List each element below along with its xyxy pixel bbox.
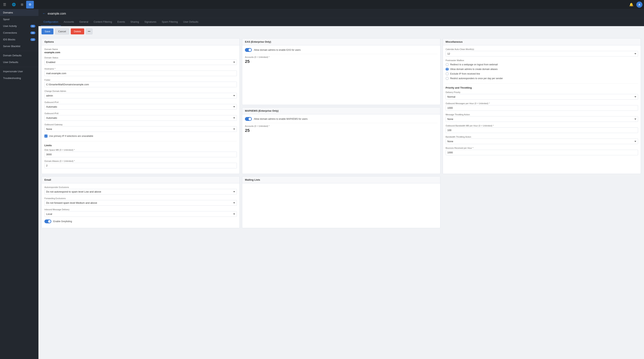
inbound-message-delivery-select[interactable]: Local xyxy=(44,211,237,217)
mailing-lists-card: Mailing Lists xyxy=(242,176,440,228)
ids-blocks-badge: 13 xyxy=(30,38,35,41)
outbound-gateway-select[interactable]: None xyxy=(44,126,237,132)
content-area: Options Domain Name example.com Domain S… xyxy=(38,37,644,231)
domain-header: ← example.com xyxy=(38,9,644,18)
delete-button[interactable]: Delete xyxy=(71,28,84,34)
outbound-ipv4-select[interactable]: Automatic xyxy=(44,104,237,110)
sidebar-item-server-blacklist[interactable]: Server Blacklist xyxy=(0,43,38,50)
sidebar-item-connections[interactable]: Connections 94 xyxy=(0,30,38,36)
email-card: Email Autoresponder Exclusions Do not au… xyxy=(42,176,240,228)
exclude-ip-radio[interactable] xyxy=(446,72,449,75)
outbound-bandwidth-input[interactable] xyxy=(446,128,638,133)
restrict-autoresponders-radio[interactable] xyxy=(446,77,449,80)
tab-sharing[interactable]: Sharing xyxy=(128,18,142,26)
bounces-received-input[interactable] xyxy=(446,150,638,155)
use-primary-ip-row: Use primary IP if selections are unavail… xyxy=(44,134,237,138)
connections-badge: 94 xyxy=(30,32,35,34)
tabs-bar: Configuration Accounts General Content F… xyxy=(38,18,644,26)
folder-input[interactable] xyxy=(44,82,237,87)
notification-icon[interactable]: 🔔 xyxy=(628,1,635,8)
enable-greylisting-toggle[interactable] xyxy=(44,220,51,223)
tab-content-filtering[interactable]: Content Filtering xyxy=(91,18,114,26)
mapi-ews-card: MAPI/EWS (Enterprise Only) Allow domain … xyxy=(242,107,440,174)
sidebar-item-ids-blocks[interactable]: IDS Blocks 13 xyxy=(0,36,38,43)
tab-general[interactable]: General xyxy=(77,18,91,26)
sidebar-item-impersonate-user[interactable]: Impersonate User xyxy=(0,68,38,75)
avatar[interactable]: A xyxy=(636,2,642,8)
user-activity-badge: 31 xyxy=(30,25,35,28)
domain-status-select[interactable]: Enabled Disabled xyxy=(44,60,237,65)
dashboard-icon[interactable]: ⊞ xyxy=(18,1,26,8)
autoresponder-exclusions-select[interactable]: Do not autorespond to spam level Low and… xyxy=(44,189,237,194)
domain-title: example.com xyxy=(48,12,66,15)
sidebar-item-troubleshooting[interactable]: Troubleshooting xyxy=(0,75,38,82)
outbound-messages-input[interactable] xyxy=(446,105,638,111)
save-button[interactable]: Save xyxy=(42,28,54,34)
sidebar-item-user-activity[interactable]: User Activity 31 xyxy=(0,23,38,30)
menu-icon[interactable]: ☰ xyxy=(0,0,9,9)
sidebar-item-domain-defaults[interactable]: Domain Defaults xyxy=(0,52,38,59)
sidebar: Domains Spool User Activity 31 Connectio… xyxy=(0,0,38,359)
delivery-priority-select[interactable]: Normal xyxy=(446,94,638,100)
main-content: ← example.com Configuration Accounts Gen… xyxy=(38,0,644,359)
tab-configuration[interactable]: Configuration xyxy=(41,18,61,26)
eas-card: EAS (Enterprise Only) Allow domain admin… xyxy=(242,38,440,105)
outbound-ipv6-select[interactable]: Automatic xyxy=(44,115,237,121)
eas-toggle[interactable] xyxy=(245,48,252,52)
sidebar-item-spool[interactable]: Spool xyxy=(0,16,38,23)
change-domain-admin-select[interactable]: admin xyxy=(44,93,237,98)
calendar-auto-clean-select[interactable]: 12 xyxy=(446,51,638,56)
settings-icon[interactable]: ⚙ xyxy=(26,1,34,8)
redirect-radio[interactable] xyxy=(446,63,449,66)
use-primary-ip-checkbox[interactable] xyxy=(44,134,48,138)
more-button[interactable]: ••• xyxy=(86,28,93,34)
tab-accounts[interactable]: Accounts xyxy=(61,18,76,26)
back-button[interactable]: ← xyxy=(42,12,46,16)
sidebar-item-user-defaults[interactable]: User Defaults xyxy=(0,59,38,66)
hostname-input[interactable] xyxy=(44,70,237,76)
mapi-ews-toggle[interactable] xyxy=(245,117,252,121)
tab-events[interactable]: Events xyxy=(114,18,128,26)
message-throttling-action-select[interactable]: None xyxy=(446,116,638,122)
bandwidth-throttling-action-select[interactable]: None xyxy=(446,138,638,144)
cancel-button[interactable]: Cancel xyxy=(55,28,69,34)
options-card: Options Domain Name example.com Domain S… xyxy=(42,38,240,174)
sidebar-item-domains[interactable]: Domains xyxy=(0,9,38,16)
miscellaneous-card: Miscellaneous Calendar Auto-Clean Month(… xyxy=(443,38,641,174)
action-bar: Save Cancel Delete ••• xyxy=(38,26,644,37)
domain-aliases-input[interactable] xyxy=(44,163,237,168)
tab-spam-filtering[interactable]: Spam Filtering xyxy=(159,18,180,26)
disk-space-input[interactable] xyxy=(44,152,237,157)
globe-icon[interactable]: 🌐 xyxy=(10,1,18,8)
forwarding-exclusions-select[interactable]: Do not forward spam level Medium and abo… xyxy=(44,200,237,206)
allow-domain-admins-aliases-radio[interactable] xyxy=(446,68,449,71)
tab-signatures[interactable]: Signatures xyxy=(142,18,159,26)
tab-user-defaults[interactable]: User Defaults xyxy=(180,18,201,26)
